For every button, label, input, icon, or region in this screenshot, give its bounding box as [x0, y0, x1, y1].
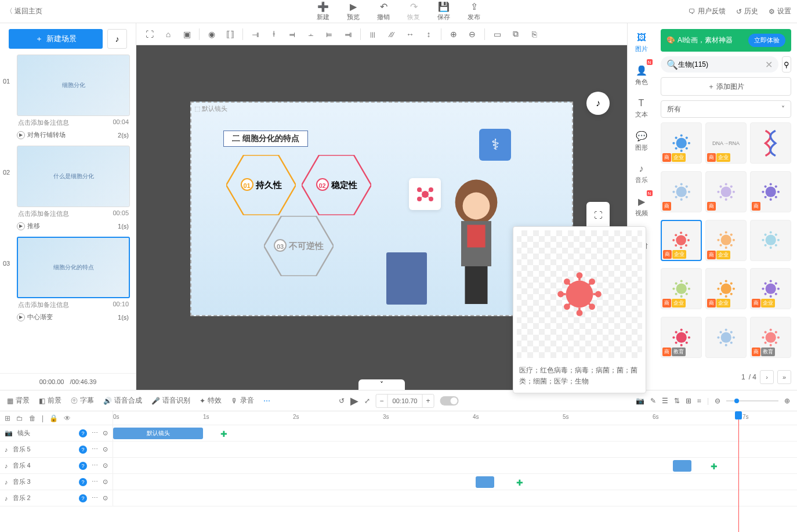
track-eye-icon[interactable]: ⊙ [103, 478, 108, 486]
track-menu-icon[interactable]: ⋯ [92, 446, 98, 453]
scene-note[interactable]: 点击添加备注信息 [18, 118, 69, 127]
image-item-0[interactable]: 商企业 [661, 122, 702, 164]
category-select[interactable]: 所有˅ [661, 100, 791, 118]
image-item-11[interactable]: 商企业 [750, 268, 791, 309]
top-tool-保存[interactable]: 💾保存 [437, 1, 450, 21]
image-item-14[interactable]: 商教育 [750, 317, 791, 358]
add-clip-icon[interactable]: ✚ [711, 462, 718, 471]
floating-music-button[interactable]: ♪ [586, 92, 610, 115]
home-icon[interactable]: ⌂ [160, 26, 177, 43]
tl-eye-icon[interactable]: 👁 [64, 414, 71, 422]
fullscreen-play-icon[interactable]: ⤢ [364, 397, 370, 405]
back-home-link[interactable]: 〈 返回主页 [6, 6, 42, 16]
more-icon[interactable]: ⋯ [263, 397, 270, 405]
top-tool-撤销[interactable]: ↶撤销 [377, 1, 390, 21]
fullscreen-icon[interactable]: ⛶ [586, 204, 610, 225]
sort-icon[interactable]: ⇅ [674, 397, 680, 405]
width-icon[interactable]: ↔ [401, 26, 419, 43]
crop-icon[interactable]: ⛶ [141, 26, 158, 43]
track-body[interactable] [113, 441, 797, 457]
track-eye-icon[interactable]: ⊙ [103, 446, 108, 453]
transition-name[interactable]: 中心渐变 [27, 313, 115, 321]
track-menu-icon[interactable]: ⋯ [92, 478, 98, 486]
track-help-icon[interactable]: ? [79, 478, 87, 486]
top-tool-发布[interactable]: ⇪发布 [468, 1, 480, 21]
bt-前景[interactable]: ◧前景 [39, 396, 61, 406]
bt-字幕[interactable]: ㊉字幕 [71, 396, 94, 406]
track-body[interactable]: 默认镜头✚ [113, 425, 797, 441]
track-menu-icon[interactable]: ⋯ [92, 494, 98, 502]
new-scene-button[interactable]: ＋新建场景 [9, 29, 103, 49]
image-item-13[interactable] [705, 317, 747, 358]
scene-note[interactable]: 点击添加备注信息 [18, 209, 69, 218]
toggle-switch[interactable] [440, 396, 458, 406]
scene-thumb-03[interactable]: 细胞分化的特点 [17, 237, 130, 298]
dist-h-icon[interactable]: ⫼ [364, 26, 382, 43]
ai-try-button[interactable]: 立即体验 [748, 34, 785, 47]
copy-icon[interactable]: ⧉ [507, 26, 524, 43]
image-item-1[interactable]: DNA→RNA商企业 [705, 122, 747, 164]
transition-name[interactable]: 对角行铺转场 [27, 131, 115, 139]
align-left-icon[interactable]: ⫣ [247, 26, 264, 43]
align-middle-icon[interactable]: ⫢ [321, 26, 338, 43]
dist-v-icon[interactable]: ⫻ [383, 26, 400, 43]
track-help-icon[interactable]: ? [79, 494, 87, 502]
focus-icon[interactable]: ◉ [203, 26, 220, 43]
play-transition-icon[interactable]: ▶ [17, 222, 25, 230]
side-tab-图片[interactable]: 🖼图片 [629, 28, 654, 58]
track-menu-icon[interactable]: ⋯ [92, 429, 98, 437]
zoom-in-icon[interactable]: ⊕ [445, 26, 462, 43]
transition-name[interactable]: 推移 [27, 222, 115, 230]
add-clip-icon[interactable]: ✚ [516, 478, 523, 487]
zoom-out2-icon[interactable]: ⊖ [715, 397, 720, 405]
image-item-7[interactable]: 商企业 [705, 220, 747, 261]
track-body[interactable]: ✚ [113, 458, 797, 473]
add-image-button[interactable]: ＋ 添加图片 [661, 77, 791, 96]
page-last-button[interactable]: » [777, 370, 791, 384]
image-item-9[interactable]: 商企业 [661, 268, 702, 309]
image-item-6[interactable]: 商企业 [661, 220, 702, 261]
align-top-icon[interactable]: ⫠ [302, 26, 320, 43]
track-body[interactable]: ✚ [113, 474, 797, 490]
track-eye-icon[interactable]: ⊙ [103, 429, 108, 437]
top-right-设置[interactable]: ⚙设置 [769, 6, 791, 16]
scene-thumb-02[interactable]: 什么是细胞分化 [17, 146, 130, 207]
paste-icon[interactable]: ⎘ [526, 26, 543, 43]
camera-icon[interactable]: 📷 [636, 397, 644, 405]
track-body[interactable] [113, 490, 797, 506]
cut-icon[interactable]: ▭ [488, 26, 506, 43]
tl-lock-icon[interactable]: 🔒 [49, 414, 58, 422]
timeline-clip[interactable] [673, 460, 691, 472]
scene-thumb-01[interactable]: 细胞分化 [17, 55, 130, 116]
time-plus-button[interactable]: + [422, 395, 433, 407]
top-tool-新建[interactable]: ➕新建 [317, 1, 329, 21]
bt-背景[interactable]: ▦背景 [7, 396, 30, 406]
bt-语音识别[interactable]: 🎤语音识别 [151, 396, 190, 406]
align-bottom-icon[interactable]: ⫥ [339, 26, 357, 43]
zoom-slider[interactable] [726, 400, 778, 401]
track-help-icon[interactable]: ? [79, 462, 87, 470]
top-right-用户反馈[interactable]: 🗨用户反馈 [689, 6, 726, 16]
play-transition-icon[interactable]: ▶ [17, 313, 25, 321]
add-clip-icon[interactable]: ✚ [220, 429, 227, 439]
track-eye-icon[interactable]: ⊙ [103, 462, 108, 469]
scene-note[interactable]: 点击添加备注信息 [18, 301, 69, 309]
bracket-icon[interactable]: ⟦⟧ [222, 26, 239, 43]
track-help-icon[interactable]: ? [79, 429, 87, 437]
side-tab-文本[interactable]: T文本 [629, 93, 654, 124]
image-item-4[interactable]: 商 [705, 171, 747, 212]
timeline-clip[interactable]: 默认镜头 [113, 428, 203, 439]
expand-bottom-button[interactable]: ˅ [358, 379, 405, 390]
top-tool-预览[interactable]: ▶预览 [347, 1, 360, 21]
audio-button[interactable]: ♪ [107, 29, 127, 49]
clear-search-icon[interactable]: ✕ [765, 59, 773, 70]
align-icon[interactable]: ⊞ [686, 397, 691, 405]
track-eye-icon[interactable]: ⊙ [103, 494, 108, 502]
search-input[interactable] [678, 60, 765, 68]
top-tool-恢复[interactable]: ↷恢复 [407, 1, 420, 21]
page-next-button[interactable]: › [760, 370, 774, 384]
bt-特效[interactable]: ✦特效 [200, 396, 222, 406]
side-tab-音乐[interactable]: ♪音乐 [629, 159, 654, 189]
align-right-icon[interactable]: ⫤ [284, 26, 301, 43]
image-item-3[interactable]: 商 [661, 171, 702, 212]
